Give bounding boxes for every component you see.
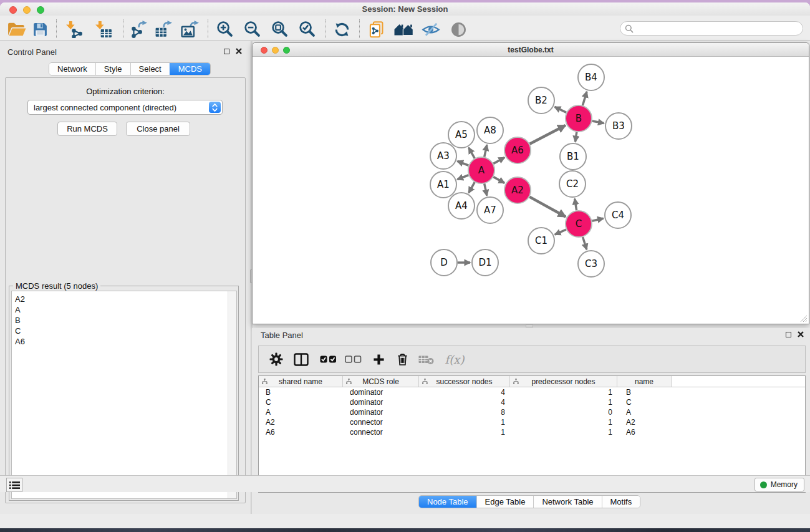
show-columns-button[interactable] — [291, 349, 311, 369]
task-history-button[interactable] — [6, 478, 22, 492]
table-row[interactable]: Adominator80A — [259, 407, 805, 417]
graph-node-D1[interactable]: D1 — [472, 249, 498, 276]
graph-node-D[interactable]: D — [431, 249, 457, 276]
add-column-button[interactable] — [369, 349, 388, 369]
column-header-successor-nodes[interactable]: successor nodes — [419, 376, 510, 387]
delete-table-button[interactable] — [416, 349, 436, 369]
table-tab-motifs[interactable]: Motifs — [602, 496, 640, 508]
show-graphics-details-button[interactable] — [450, 20, 467, 39]
graph-node-B2[interactable]: B2 — [528, 87, 554, 114]
table-row[interactable]: Cdominator41C — [259, 397, 805, 407]
graph-edge-B-B2[interactable] — [555, 107, 567, 112]
graph-edge-A-A2[interactable] — [493, 177, 504, 183]
graph-edge-A6-B[interactable] — [530, 125, 566, 144]
table-tab-network-table[interactable]: Network Table — [533, 496, 601, 508]
graph-node-C[interactable]: C — [566, 211, 592, 237]
mcds-result-item[interactable]: B — [12, 315, 236, 326]
zoom-out-button[interactable] — [244, 20, 261, 39]
run-mcds-button[interactable]: Run MCDS — [57, 122, 117, 136]
graph-node-B4[interactable]: B4 — [578, 64, 604, 90]
mcds-result-item[interactable]: A — [12, 304, 236, 315]
tab-style[interactable]: Style — [95, 63, 130, 75]
window-resize-grip[interactable] — [799, 314, 808, 322]
column-header-shared-name[interactable]: shared name — [259, 376, 343, 387]
search-input[interactable] — [634, 24, 803, 33]
export-image-button[interactable] — [181, 20, 199, 39]
graph-node-C2[interactable]: C2 — [559, 171, 586, 197]
delete-column-button[interactable] — [393, 349, 412, 369]
close-panel-button[interactable] — [234, 47, 243, 56]
table-row[interactable]: A6connector11A6 — [259, 427, 805, 437]
hide-graphics-details-button[interactable] — [422, 20, 440, 39]
home-button[interactable] — [394, 20, 414, 39]
graph-edge-C-C1[interactable] — [555, 230, 566, 235]
graph-node-C4[interactable]: C4 — [605, 202, 631, 228]
table-tab-node-table[interactable]: Node Table — [419, 496, 476, 508]
graph-edge-B-B4[interactable] — [582, 92, 587, 105]
deselect-all-button[interactable] — [342, 349, 364, 369]
graph-node-C1[interactable]: C1 — [528, 228, 554, 254]
graph-edge-C-C4[interactable] — [592, 218, 603, 221]
graph-edge-A-A6[interactable] — [493, 158, 504, 164]
float-panel-button[interactable] — [222, 47, 231, 56]
graph-edge-C-C3[interactable] — [583, 237, 587, 249]
graph-node-A5[interactable]: A5 — [448, 122, 475, 148]
graph-node-A1[interactable]: A1 — [430, 172, 456, 198]
duplicate-session-button[interactable] — [369, 20, 385, 39]
graph-edge-A-A1[interactable] — [457, 175, 468, 180]
graph-node-B3[interactable]: B3 — [605, 113, 632, 139]
open-session-button[interactable] — [7, 20, 26, 39]
graph-node-A3[interactable]: A3 — [430, 143, 456, 169]
close-panel-action-button[interactable]: Close panel — [126, 122, 190, 136]
table-row[interactable]: A2connector11A2 — [259, 417, 805, 427]
zoom-fit-button[interactable] — [271, 20, 289, 39]
graph-node-A8[interactable]: A8 — [477, 117, 503, 143]
graph-edge-A-A7[interactable] — [485, 183, 487, 195]
export-table-button[interactable] — [155, 20, 172, 39]
graph-node-B1[interactable]: B1 — [560, 143, 586, 170]
search-box[interactable] — [620, 21, 803, 36]
graph-node-C3[interactable]: C3 — [578, 251, 604, 277]
graph-edge-B-B1[interactable] — [576, 132, 577, 142]
scrollbar-track[interactable] — [228, 291, 236, 498]
table-row[interactable]: Bdominator41B — [259, 387, 805, 397]
tab-select[interactable]: Select — [130, 63, 170, 75]
table-close-button[interactable] — [796, 330, 805, 339]
refresh-view-button[interactable] — [334, 20, 350, 39]
export-network-button[interactable] — [130, 20, 147, 39]
memory-button[interactable]: Memory — [755, 478, 804, 491]
graph-node-A[interactable]: A — [468, 157, 494, 183]
mcds-result-list[interactable]: A2ABCA6 — [11, 291, 237, 499]
graph-edge-A-A4[interactable] — [469, 182, 475, 193]
import-table-button[interactable] — [95, 20, 112, 39]
table-tab-edge-table[interactable]: Edge Table — [476, 496, 534, 508]
zoom-selected-button[interactable] — [299, 20, 316, 39]
graph-node-A4[interactable]: A4 — [448, 193, 475, 219]
table-float-button[interactable] — [784, 330, 793, 339]
graph-edge-B-B3[interactable] — [592, 121, 604, 123]
save-session-button[interactable] — [32, 20, 48, 39]
tab-mcds[interactable]: MCDS — [170, 63, 210, 75]
graph-edge-C-C2[interactable] — [575, 199, 577, 211]
table-settings-button[interactable] — [267, 349, 286, 369]
graph-edge-A-A8[interactable] — [485, 145, 487, 157]
mcds-result-item[interactable]: A2 — [12, 294, 236, 304]
function-builder-button[interactable]: f(x) — [442, 349, 467, 369]
graph-node-A6[interactable]: A6 — [504, 137, 531, 163]
column-header-mcds-role[interactable]: MCDS role — [343, 376, 419, 387]
criterion-select[interactable]: largest connected component (directed) — [27, 100, 223, 115]
column-header-predecessor-nodes[interactable]: predecessor nodes — [510, 376, 617, 387]
graph-node-B[interactable]: B — [566, 105, 592, 132]
network-canvas[interactable]: B4B2BB3A8A5A6A3B1AA1C2A2A4A7C4CC1C3DD1 — [253, 57, 809, 324]
zoom-in-button[interactable] — [216, 20, 234, 39]
mcds-result-item[interactable]: A6 — [12, 336, 236, 347]
import-network-button[interactable] — [65, 20, 83, 39]
column-header-name[interactable]: name — [617, 376, 672, 387]
mcds-result-item[interactable]: C — [12, 326, 236, 336]
graph-edge-A-A5[interactable] — [469, 148, 475, 158]
select-all-button[interactable] — [317, 349, 339, 369]
graph-edge-A-A3[interactable] — [457, 161, 468, 165]
graph-node-A7[interactable]: A7 — [477, 197, 503, 223]
graph-edge-A2-C[interactable] — [529, 197, 566, 217]
graph-node-A2[interactable]: A2 — [504, 177, 531, 203]
